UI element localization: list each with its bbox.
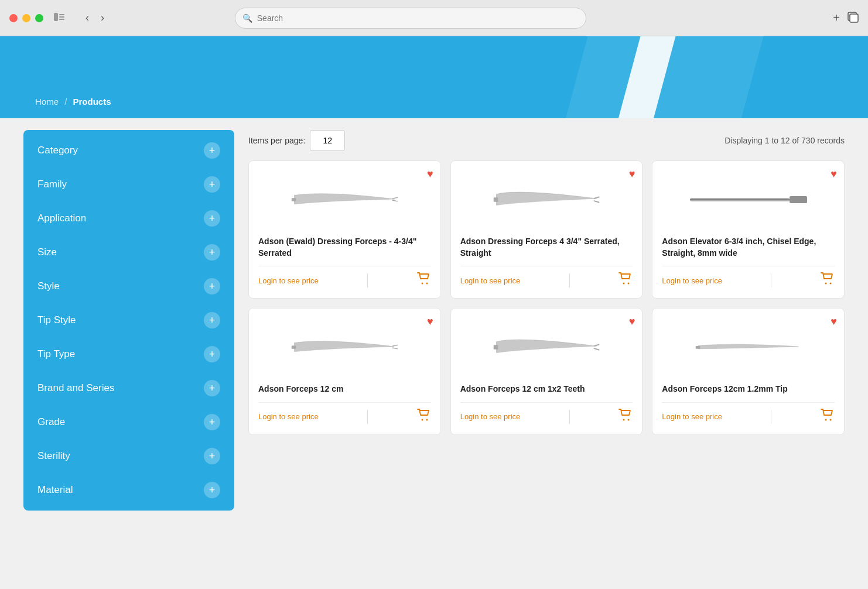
login-to-see-price-link[interactable]: Login to see price xyxy=(662,412,722,421)
product-name: Adson Forceps 12 cm 1x2 Teeth xyxy=(460,383,633,395)
product-card: ♥ Adson Forceps 12 cm Login to see price xyxy=(248,308,441,435)
add-to-cart-button[interactable] xyxy=(821,272,835,289)
filter-style[interactable]: Style + xyxy=(28,270,230,302)
add-to-cart-button[interactable] xyxy=(417,409,431,425)
login-to-see-price-link[interactable]: Login to see price xyxy=(258,412,319,421)
close-button[interactable] xyxy=(9,14,18,22)
content-area: Items per page: 12 Displaying 1 to 12 of… xyxy=(248,130,845,435)
login-to-see-price-link[interactable]: Login to see price xyxy=(258,276,319,285)
svg-point-24 xyxy=(421,419,423,420)
add-to-cart-button[interactable] xyxy=(618,409,633,425)
items-per-page-label: Items per page: xyxy=(248,136,305,145)
maximize-button[interactable] xyxy=(35,14,43,22)
svg-rect-6 xyxy=(292,198,296,201)
product-image-area xyxy=(460,318,633,376)
wishlist-button[interactable]: ♥ xyxy=(831,316,837,328)
wishlist-button[interactable]: ♥ xyxy=(629,316,635,328)
filter-expand-tip-type: + xyxy=(204,346,220,362)
svg-rect-3 xyxy=(59,19,64,20)
svg-point-9 xyxy=(421,283,423,285)
svg-line-23 xyxy=(392,348,398,349)
wishlist-button[interactable]: ♥ xyxy=(427,168,433,180)
svg-rect-0 xyxy=(54,13,58,21)
search-icon: 🔍 xyxy=(242,13,252,23)
filter-label-sterility: Sterility xyxy=(37,450,70,462)
filter-expand-tip-style: + xyxy=(204,312,220,328)
footer-divider xyxy=(367,273,368,287)
forward-button[interactable]: › xyxy=(97,9,108,26)
product-card: ♥ Adson Forceps 12 cm 1x2 Teeth Login to… xyxy=(450,308,643,435)
svg-point-20 xyxy=(829,283,831,285)
filter-material[interactable]: Material + xyxy=(28,474,230,506)
filter-size[interactable]: Size + xyxy=(28,237,230,268)
back-button[interactable]: ‹ xyxy=(82,9,93,26)
search-input[interactable] xyxy=(257,13,579,23)
content-header: Items per page: 12 Displaying 1 to 12 of… xyxy=(248,130,845,151)
svg-point-10 xyxy=(426,283,428,285)
product-footer: Login to see price xyxy=(460,266,633,289)
browser-chrome: ‹ › 🔍 + xyxy=(0,0,868,36)
display-info: Displaying 1 to 12 of 730 records xyxy=(725,136,845,145)
wishlist-button[interactable]: ♥ xyxy=(831,168,837,180)
product-footer: Login to see price xyxy=(662,266,835,289)
sidebar-filters: Category + Family + Application + Size +… xyxy=(23,130,234,511)
items-per-page-control: Items per page: 12 xyxy=(248,130,345,151)
filter-family[interactable]: Family + xyxy=(28,169,230,200)
add-to-cart-button[interactable] xyxy=(821,409,835,425)
address-bar[interactable]: 🔍 xyxy=(235,8,586,29)
filter-application[interactable]: Application + xyxy=(28,203,230,234)
product-footer: Login to see price xyxy=(460,402,633,425)
add-to-cart-button[interactable] xyxy=(417,272,431,289)
filter-label-brand-series: Brand and Series xyxy=(37,382,114,394)
filter-tip-type[interactable]: Tip Type + xyxy=(28,338,230,370)
footer-divider xyxy=(367,410,368,424)
breadcrumb-home[interactable]: Home xyxy=(35,97,59,107)
product-image-area xyxy=(258,318,431,376)
svg-rect-26 xyxy=(494,345,498,350)
filter-label-application: Application xyxy=(37,213,86,224)
svg-point-30 xyxy=(628,419,630,420)
footer-divider xyxy=(771,273,771,287)
product-card: ♥ Adson Forceps 12cm 1.2mm Tip Login to … xyxy=(652,308,845,435)
filter-sterility[interactable]: Sterility + xyxy=(28,440,230,472)
browser-actions: + xyxy=(833,11,859,25)
footer-divider xyxy=(569,273,570,287)
svg-line-27 xyxy=(594,344,600,346)
filter-expand-style: + xyxy=(204,278,220,294)
browser-navigation: ‹ › xyxy=(82,9,108,26)
svg-point-25 xyxy=(426,419,428,420)
filter-category[interactable]: Category + xyxy=(28,135,230,166)
sidebar-toggle-button[interactable] xyxy=(50,11,68,26)
product-name: Adson Elevator 6-3/4 inch, Chisel Edge, … xyxy=(662,236,835,259)
filter-expand-application: + xyxy=(204,210,220,227)
breadcrumb-separator: / xyxy=(64,97,67,107)
svg-line-13 xyxy=(594,201,600,203)
wishlist-button[interactable]: ♥ xyxy=(629,168,635,180)
tabs-overview-button[interactable] xyxy=(847,11,859,25)
svg-rect-1 xyxy=(59,14,64,15)
filter-expand-category: + xyxy=(204,142,220,159)
login-to-see-price-link[interactable]: Login to see price xyxy=(460,412,521,421)
svg-point-32 xyxy=(825,419,826,420)
items-per-page-input[interactable]: 12 xyxy=(310,130,345,151)
svg-rect-2 xyxy=(59,16,64,18)
filter-tip-style[interactable]: Tip Style + xyxy=(28,304,230,336)
new-tab-button[interactable]: + xyxy=(833,11,840,25)
svg-point-15 xyxy=(628,283,630,285)
page: Home / Products Category + Family + Appl… xyxy=(0,36,868,522)
filter-brand-series[interactable]: Brand and Series + xyxy=(28,372,230,404)
hero-banner: Home / Products xyxy=(0,36,868,118)
svg-rect-18 xyxy=(690,199,790,200)
filter-expand-material: + xyxy=(204,482,220,498)
login-to-see-price-link[interactable]: Login to see price xyxy=(460,276,521,285)
minimize-button[interactable] xyxy=(22,14,30,22)
svg-line-22 xyxy=(392,345,398,346)
filter-grade[interactable]: Grade + xyxy=(28,406,230,438)
login-to-see-price-link[interactable]: Login to see price xyxy=(662,276,722,285)
add-to-cart-button[interactable] xyxy=(618,272,633,289)
product-footer: Login to see price xyxy=(662,402,835,425)
wishlist-button[interactable]: ♥ xyxy=(427,316,433,328)
svg-point-19 xyxy=(825,283,826,285)
filter-label-tip-type: Tip Type xyxy=(37,348,75,360)
svg-line-12 xyxy=(594,197,600,198)
